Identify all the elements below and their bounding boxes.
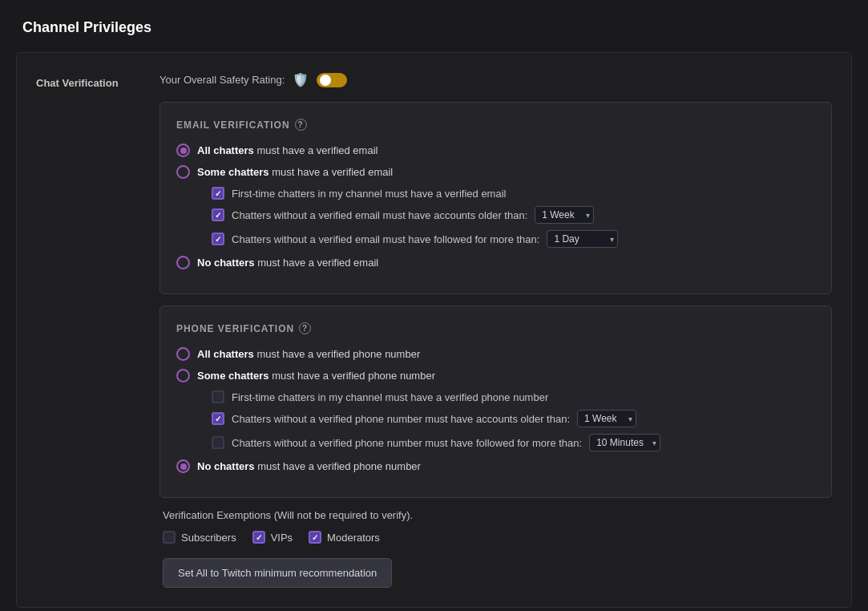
phone-sub-row-3[interactable]: Chatters without a verified phone number… — [212, 434, 815, 451]
email-all-rest: must have a verified email — [254, 144, 378, 156]
phone-sub-select-2[interactable]: 1 Week 1 Day 1 Month — [577, 410, 636, 427]
exemptions-title: Verification Exemptions (Will not be req… — [163, 509, 829, 521]
section-content: Your Overall Safety Rating: 🛡️ EMAIL VER… — [159, 72, 832, 588]
email-sub-row-1[interactable]: ✓ First-time chatters in my channel must… — [212, 187, 815, 200]
exemption-subscribers[interactable]: Subscribers — [163, 531, 236, 544]
section-label-chat: Chat Verification — [36, 72, 140, 89]
phone-sub-label-3: Chatters without a verified phone number… — [232, 437, 582, 449]
email-some-bold: Some chatters — [197, 166, 269, 178]
email-option-none[interactable]: No chatters must have a verified email — [176, 256, 815, 269]
exemption-subscribers-label: Subscribers — [181, 532, 236, 544]
email-sub-row-2[interactable]: ✓ Chatters without a verified email must… — [212, 206, 815, 224]
email-verification-box: EMAIL VERIFICATION ? All chatters must h… — [159, 102, 832, 294]
safety-toggle[interactable] — [317, 73, 347, 87]
set-all-button[interactable]: Set All to Twitch minimum recommendation — [163, 558, 392, 588]
phone-option-some[interactable]: Some chatters must have a verified phone… — [176, 369, 815, 382]
email-none-rest: must have a verified email — [255, 257, 379, 269]
phone-all-bold: All chatters — [197, 348, 254, 360]
email-verification-title: EMAIL VERIFICATION — [176, 119, 290, 131]
phone-verification-title: PHONE VERIFICATION — [176, 323, 294, 334]
phone-sub-label-2: Chatters without a verified phone number… — [232, 413, 570, 425]
phone-option-none[interactable]: No chatters must have a verified phone n… — [176, 459, 815, 473]
phone-none-rest: must have a verified phone number — [255, 460, 421, 472]
exemption-moderators[interactable]: ✓ Moderators — [309, 531, 380, 544]
email-all-bold: All chatters — [197, 144, 254, 156]
email-sub-label-3: Chatters without a verified email must h… — [232, 233, 539, 245]
email-sub-row-3[interactable]: ✓ Chatters without a verified email must… — [212, 230, 815, 248]
shield-icon: 🛡️ — [293, 72, 309, 87]
phone-verification-box: PHONE VERIFICATION ? All chatters must h… — [159, 306, 832, 498]
email-some-rest: must have a verified email — [269, 166, 394, 178]
exemption-vips[interactable]: ✓ VIPs — [252, 531, 293, 544]
phone-sub-row-1[interactable]: First-time chatters in my channel must h… — [212, 390, 815, 403]
email-sub-label-1: First-time chatters in my channel must h… — [232, 188, 506, 200]
email-sub-select-3[interactable]: 1 Day 1 Week 10 Minutes — [547, 230, 618, 248]
email-option-all[interactable]: All chatters must have a verified email — [176, 144, 815, 157]
phone-some-bold: Some chatters — [197, 370, 269, 382]
page-title: Channel Privileges — [0, 0, 868, 52]
email-none-bold: No chatters — [197, 257, 255, 269]
outer-card: Chat Verification Your Overall Safety Ra… — [16, 52, 852, 608]
email-sub-label-2: Chatters without a verified email must h… — [232, 209, 527, 221]
phone-some-rest: must have a verified phone number — [269, 370, 435, 382]
phone-none-bold: No chatters — [197, 460, 255, 472]
exemption-moderators-label: Moderators — [327, 532, 380, 544]
phone-all-rest: must have a verified phone number — [254, 348, 420, 360]
exemptions-section: Verification Exemptions (Will not be req… — [159, 509, 832, 588]
email-option-some[interactable]: Some chatters must have a verified email — [176, 165, 815, 179]
email-help-icon[interactable]: ? — [295, 119, 307, 131]
phone-sub-row-2[interactable]: ✓ Chatters without a verified phone numb… — [212, 410, 815, 427]
phone-help-icon[interactable]: ? — [299, 322, 311, 334]
email-sub-select-2[interactable]: 1 Week 1 Day 1 Month — [535, 206, 594, 224]
safety-rating-label: Your Overall Safety Rating: — [159, 74, 285, 86]
phone-option-all[interactable]: All chatters must have a verified phone … — [176, 347, 815, 361]
phone-sub-select-3[interactable]: 10 Minutes 1 Day 1 Week — [589, 434, 660, 451]
phone-sub-label-1: First-time chatters in my channel must h… — [232, 391, 548, 403]
exemption-vips-label: VIPs — [271, 532, 293, 544]
